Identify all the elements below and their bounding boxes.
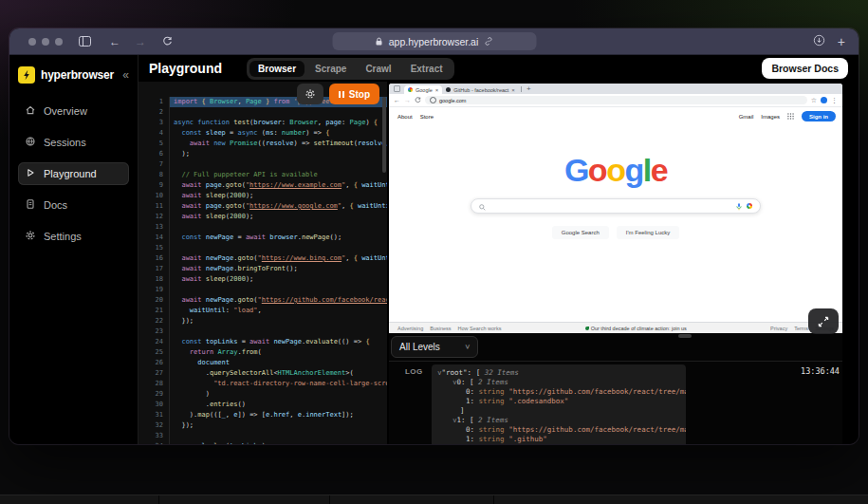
page-title: Playground — [149, 61, 222, 76]
brand-row: hyperbrowser « — [18, 63, 129, 87]
google-about-link[interactable]: About — [397, 114, 413, 120]
google-apps-grid-icon[interactable] — [787, 113, 794, 121]
log-timestamp: 13:36:44 — [801, 366, 840, 376]
google-search-button[interactable]: Google Search — [552, 226, 609, 239]
google-search-box[interactable] — [471, 198, 761, 214]
sidebar-toggle-icon[interactable] — [79, 36, 91, 47]
new-tab-button[interactable]: + — [526, 85, 531, 93]
preview-back-icon[interactable]: ← — [394, 97, 400, 103]
collapse-sidebar-button[interactable]: « — [122, 69, 129, 81]
back-button[interactable]: ← — [109, 36, 120, 47]
editor-scrollbar[interactable] — [382, 97, 386, 173]
right-pane: Google × GitHub - facebook/react × + — [389, 82, 842, 444]
forward-button[interactable]: → — [135, 36, 146, 47]
google-images-link[interactable]: Images — [761, 114, 780, 120]
app-header: Playground Browser Scrape Crawl Extract … — [139, 55, 859, 82]
home-icon — [25, 104, 36, 118]
splitter-handle[interactable] — [678, 334, 692, 338]
code-line: 27 .querySelectorAll<HTMLAnchorElement>( — [139, 368, 387, 379]
minimize-window-button[interactable] — [42, 38, 49, 46]
sidebar-item-playground[interactable]: Playground — [18, 162, 129, 185]
console-log-area: LOG >"root": [ 32 Items>0: [ 2 Items0: s… — [389, 362, 842, 444]
code-line: 25 return Array.from( — [139, 347, 387, 358]
footer-advertising-link[interactable]: Advertising — [397, 326, 423, 331]
preview-tab-github[interactable]: GitHub - facebook/react × — [442, 85, 519, 94]
browser-menu-icon[interactable]: ⋮ — [831, 97, 838, 103]
browser-docs-button[interactable]: Browser Docs — [762, 58, 848, 79]
preview-tab-google[interactable]: Google × — [404, 85, 442, 94]
code-line: 7 — [139, 159, 387, 170]
sidebar-item-label: Playground — [44, 168, 97, 179]
google-lens-icon[interactable] — [747, 203, 752, 209]
sidebar-item-label: Settings — [44, 231, 82, 242]
code-line: 28 "td.react-directory-row-name-cell-lar… — [139, 379, 387, 389]
fullscreen-expand-button[interactable] — [808, 308, 839, 334]
tab-extract[interactable]: Extract — [402, 61, 452, 77]
tab-browser[interactable]: Browser — [249, 61, 305, 77]
footer-climate-link[interactable]: Our third decade of climate action: join… — [585, 326, 687, 331]
sidebar: hyperbrowser « Overview Sessions Playgro… — [9, 55, 139, 444]
profile-avatar[interactable] — [821, 97, 827, 103]
log-json-tree[interactable]: >"root": [ 32 Items>0: [ 2 Items0: strin… — [432, 364, 686, 444]
tab-separator — [521, 86, 522, 92]
sidebar-item-docs[interactable]: Docs — [18, 194, 129, 216]
code-line: 22 }); — [139, 316, 387, 327]
leaf-icon — [585, 327, 589, 330]
preview-address-bar[interactable]: google.com — [425, 96, 807, 104]
browser-window: ← → app.hyperbrowser.ai + — [9, 28, 859, 444]
tree-row: >0: [ 2 Items — [437, 378, 680, 387]
code-line: 10 await sleep(2000); — [139, 191, 387, 201]
sidebar-item-overview[interactable]: Overview — [18, 100, 129, 122]
footer-how-search-works-link[interactable]: How Search works — [458, 326, 502, 331]
sidebar-item-sessions[interactable]: Sessions — [18, 131, 129, 154]
browser-preview[interactable]: Google × GitHub - facebook/react × + — [389, 84, 842, 333]
stop-button[interactable]: Stop — [329, 84, 379, 104]
code-line: 18 await sleep(2000); — [139, 274, 387, 285]
google-sign-in-button[interactable]: Sign in — [802, 111, 836, 121]
close-window-button[interactable] — [28, 38, 36, 46]
google-store-link[interactable]: Store — [420, 114, 434, 120]
zoom-window-button[interactable] — [55, 38, 63, 46]
close-tab-icon[interactable]: × — [435, 87, 439, 93]
sidebar-item-settings[interactable]: Settings — [18, 225, 129, 248]
google-gmail-link[interactable]: Gmail — [739, 114, 754, 120]
tree-expand-icon: > — [450, 419, 459, 423]
bookmark-star-icon[interactable]: ☆ — [811, 97, 817, 103]
sidebar-item-label: Overview — [44, 105, 87, 117]
tree-row: 1: string ".codesandbox" — [437, 397, 680, 406]
code-line: 6 ); — [139, 149, 387, 159]
tab-scrape[interactable]: Scrape — [306, 61, 355, 77]
tab-crawl[interactable]: Crawl — [357, 61, 399, 77]
tree-row: 1: string ".github" — [437, 435, 680, 444]
log-level-select[interactable]: All Levels > — [391, 336, 478, 358]
voice-search-icon[interactable] — [736, 197, 742, 215]
tree-expand-icon: > — [450, 381, 459, 385]
log-level-badge: LOG — [405, 367, 423, 376]
footer-privacy-link[interactable]: Privacy — [770, 326, 787, 331]
feeling-lucky-button[interactable]: I'm Feeling Lucky — [617, 226, 680, 239]
site-info-icon[interactable] — [430, 97, 436, 103]
code-line: 4 const sleep = async (ms: number) => { — [139, 128, 387, 139]
code-line: 33 — [139, 431, 387, 441]
footer-business-link[interactable]: Business — [430, 326, 451, 331]
preview-tab-strip: Google × GitHub - facebook/react × + — [389, 84, 842, 94]
editor-settings-button[interactable] — [297, 84, 323, 104]
google-logo: Google — [564, 154, 667, 186]
tab-strip-icon[interactable] — [394, 85, 400, 92]
code-line: 3async function test(browser: Browser, p… — [139, 118, 387, 128]
code-line: 16 await newPage.goto("https://www.bing.… — [139, 253, 387, 264]
code-line: 24 const topLinks = await newPage.evalua… — [139, 337, 387, 347]
footer-terms-link[interactable]: Terms — [794, 326, 808, 331]
preview-tab-title: Google — [416, 87, 433, 93]
code-editor[interactable]: Stop 1import { Browser, Page } from 'pup… — [139, 82, 387, 444]
preview-forward-icon[interactable]: → — [404, 97, 411, 103]
preview-reload-icon[interactable] — [415, 97, 421, 104]
downloads-icon[interactable] — [813, 33, 825, 50]
log-level-value: All Levels — [399, 342, 440, 352]
close-tab-icon[interactable]: × — [511, 87, 515, 93]
new-tab-icon[interactable]: + — [838, 35, 845, 48]
link-icon[interactable] — [484, 36, 492, 47]
tree-expand-icon: > — [434, 371, 444, 376]
reload-button[interactable] — [162, 36, 173, 47]
address-bar[interactable]: app.hyperbrowser.ai — [332, 32, 536, 50]
